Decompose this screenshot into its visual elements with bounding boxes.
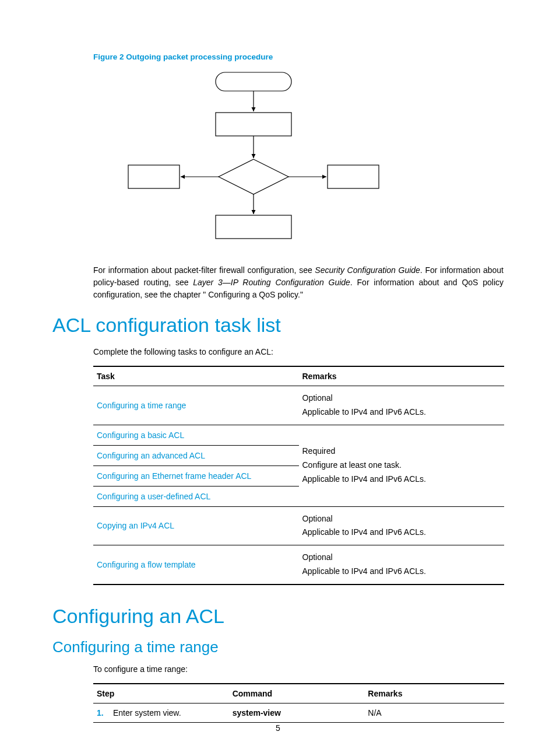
page-number: 5 — [0, 723, 556, 733]
table-row: Configuring a time range Optional Applic… — [93, 386, 504, 425]
svg-marker-4 — [219, 159, 288, 194]
remarks-text: Optional — [302, 552, 333, 562]
remarks-text: Applicable to IPv4 and IPv6 ACLs. — [302, 566, 426, 576]
remarks-text: Optional — [302, 393, 333, 402]
svg-rect-6 — [128, 165, 180, 188]
step-number: 1. — [97, 708, 111, 718]
table-row: Configuring a flow template Optional App… — [93, 545, 504, 584]
command-text: system-view — [233, 708, 281, 718]
remarks-text: Configure at least one task. — [302, 460, 402, 470]
task-link[interactable]: Copying an IPv4 ACL — [97, 521, 174, 530]
time-range-intro-text: To configure a time range: — [93, 664, 504, 674]
step-text: Enter system view. — [113, 708, 181, 718]
text-span: For information about packet-filter fire… — [93, 265, 315, 275]
figure-caption: Figure 2 Outgoing packet processing proc… — [93, 52, 504, 61]
svg-rect-0 — [216, 72, 291, 91]
task-link[interactable]: Configuring an Ethernet frame header ACL — [97, 471, 251, 481]
remarks-text: Applicable to IPv4 and IPv6 ACLs. — [302, 407, 426, 416]
step-header: Step — [93, 684, 229, 704]
command-header: Command — [229, 684, 365, 704]
task-link[interactable]: Configuring a flow template — [97, 560, 196, 569]
heading-time-range: Configuring a time range — [52, 638, 504, 656]
remarks-text: N/A — [368, 708, 381, 718]
table-row: Copying an IPv4 ACL Optional Applicable … — [93, 506, 504, 545]
svg-rect-2 — [216, 113, 291, 136]
svg-rect-10 — [216, 215, 291, 239]
task-link[interactable]: Configuring a basic ACL — [97, 430, 184, 440]
svg-rect-8 — [328, 165, 379, 188]
remarks-header: Remarks — [364, 684, 504, 704]
task-header: Task — [93, 366, 299, 386]
task-table: Task Remarks Configuring a time range Op… — [93, 366, 504, 585]
task-link[interactable]: Configuring a time range — [97, 401, 186, 410]
heading-task-list: ACL configuration task list — [52, 314, 504, 337]
remarks-text: Optional — [302, 514, 333, 523]
remarks-text: Applicable to IPv4 and IPv6 ACLs. — [302, 527, 426, 537]
task-link[interactable]: Configuring a user-defined ACL — [97, 492, 210, 501]
remarks-text: Required — [302, 446, 336, 456]
heading-configuring-acl: Configuring an ACL — [52, 605, 504, 628]
body-paragraph: For information about packet-filter fire… — [93, 264, 504, 301]
task-intro-text: Complete the following tasks to configur… — [93, 347, 504, 356]
italic-text: Layer 3—IP Routing Configuration Guide — [193, 278, 350, 287]
remarks-text: Applicable to IPv4 and IPv6 ACLs. — [302, 474, 426, 484]
step-table: Step Command Remarks 1. Enter system vie… — [93, 683, 504, 723]
italic-text: Security Configuration Guide — [315, 265, 420, 275]
table-row: 1. Enter system view. system-view N/A — [93, 703, 504, 722]
flowchart-diagram — [122, 69, 504, 247]
remarks-header: Remarks — [299, 366, 505, 386]
table-row: Configuring a basic ACL Required Configu… — [93, 425, 504, 445]
task-link[interactable]: Configuring an advanced ACL — [97, 451, 205, 460]
